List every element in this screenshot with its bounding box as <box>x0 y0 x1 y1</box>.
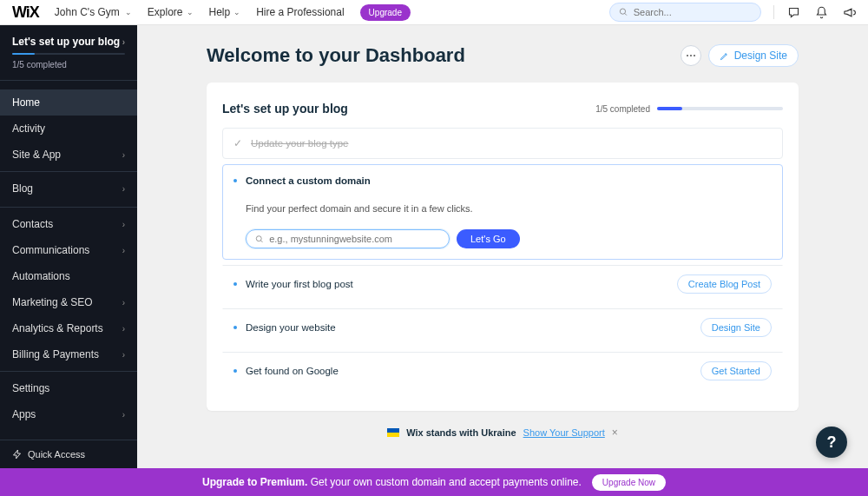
step-action-button[interactable]: Create Blog Post <box>677 274 772 294</box>
upgrade-now-button[interactable]: Upgrade Now <box>592 474 666 491</box>
svg-line-3 <box>260 240 262 241</box>
ukraine-support-link[interactable]: Show Your Support <box>523 427 605 438</box>
setup-step: Connect a custom domainFind your perfect… <box>222 164 783 260</box>
more-menu-button[interactable]: ⋯ <box>681 45 701 66</box>
progress-bar <box>657 107 783 110</box>
step-action-button[interactable]: Get Started <box>700 361 772 380</box>
svg-line-1 <box>625 13 627 15</box>
setup-progress: 1/5 completed <box>595 104 783 114</box>
sidebar-item-analytics-reports[interactable]: Analytics & Reports› <box>0 315 137 341</box>
wix-logo[interactable]: WiX <box>12 3 39 22</box>
bullet-icon <box>233 282 237 286</box>
pencil-icon <box>720 51 729 61</box>
ukraine-flag-icon <box>387 428 399 437</box>
step-action-button[interactable]: Design Site <box>700 318 772 337</box>
sidebar-item-automations[interactable]: Automations <box>0 263 137 289</box>
step-description: Find your perfect domain and secure it i… <box>233 203 772 214</box>
sidebar-item-settings[interactable]: Settings <box>0 375 137 401</box>
step-label: Connect a custom domain <box>246 175 371 186</box>
chevron-right-icon: › <box>122 37 125 47</box>
sidebar-item-home[interactable]: Home <box>0 89 137 116</box>
chevron-right-icon: › <box>122 298 125 308</box>
sidebar-item-apps[interactable]: Apps› <box>0 401 137 427</box>
step-label: Write your first blog post <box>246 279 353 289</box>
chevron-right-icon: › <box>122 410 125 420</box>
sidebar-item-activity[interactable]: Activity <box>0 116 137 142</box>
setup-card: Let's set up your blog 1/5 completed ✓Up… <box>207 83 799 411</box>
setup-card-title: Let's set up your blog <box>222 102 348 116</box>
setup-step[interactable]: Write your first blog postCreate Blog Po… <box>222 265 783 303</box>
chevron-down-icon: ⌄ <box>187 8 194 17</box>
bolt-icon <box>12 449 23 460</box>
chevron-right-icon: › <box>122 350 125 360</box>
setup-step[interactable]: ✓Update your blog type <box>222 128 783 159</box>
bullet-icon <box>233 179 237 182</box>
step-label: Design your website <box>246 322 336 333</box>
upgrade-button[interactable]: Upgrade <box>360 4 411 21</box>
sidebar-item-blog[interactable]: Blog› <box>0 175 137 202</box>
page-header: Welcome to your Dashboard ⋯ Design Site <box>207 44 799 67</box>
progress-text: 1/5 completed <box>595 104 650 114</box>
sidebar-item-communications[interactable]: Communications› <box>0 237 137 263</box>
bell-icon[interactable] <box>814 5 828 19</box>
sidebar-setup-title: Let's set up your blog <box>12 36 120 48</box>
search-icon <box>619 7 628 17</box>
chevron-right-icon: › <box>122 246 125 255</box>
sidebar-setup-card[interactable]: Let's set up your blog › 1/5 completed <box>0 25 137 76</box>
explore-link[interactable]: Explore ⌄ <box>148 6 194 18</box>
chevron-right-icon: › <box>122 324 125 334</box>
help-link[interactable]: Help ⌄ <box>209 6 241 18</box>
search-icon <box>255 235 264 244</box>
main-content: Welcome to your Dashboard ⋯ Design Site … <box>137 25 868 468</box>
hire-professional-link[interactable]: Hire a Professional <box>256 6 344 18</box>
search-field[interactable] <box>634 7 752 17</box>
setup-step[interactable]: Get found on GoogleGet Started <box>222 352 783 390</box>
sidebar-progress-bar <box>12 53 125 55</box>
setup-step[interactable]: Design your websiteDesign Site <box>222 308 783 347</box>
bullet-icon <box>233 369 237 373</box>
domain-field[interactable] <box>269 234 440 244</box>
svg-point-0 <box>620 9 625 14</box>
close-icon[interactable]: × <box>612 427 618 439</box>
chat-icon[interactable] <box>786 5 800 19</box>
chevron-right-icon: › <box>122 150 125 160</box>
search-input[interactable] <box>609 3 761 22</box>
svg-point-2 <box>256 235 261 241</box>
step-label: Update your blog type <box>251 138 349 149</box>
site-switcher[interactable]: John C's Gym ⌄ <box>55 6 132 18</box>
sidebar-progress-text: 1/5 completed <box>12 60 125 69</box>
sidebar-item-marketing-seo[interactable]: Marketing & SEO› <box>0 289 137 315</box>
sidebar-item-site-app[interactable]: Site & App› <box>0 142 137 168</box>
quick-access-button[interactable]: Quick Access <box>0 440 137 468</box>
domain-input[interactable] <box>246 229 450 248</box>
design-site-button[interactable]: Design Site <box>708 44 799 67</box>
sidebar: Let's set up your blog › 1/5 completed H… <box>0 25 137 468</box>
megaphone-icon[interactable] <box>842 5 856 19</box>
check-icon: ✓ <box>233 137 242 149</box>
step-label: Get found on Google <box>246 366 339 376</box>
chevron-down-icon: ⌄ <box>233 8 240 17</box>
page-title: Welcome to your Dashboard <box>207 44 465 67</box>
sidebar-item-billing-payments[interactable]: Billing & Payments› <box>0 341 137 367</box>
site-name: John C's Gym <box>55 6 120 18</box>
help-fab[interactable]: ? <box>816 427 847 458</box>
sidebar-item-contacts[interactable]: Contacts› <box>0 211 137 237</box>
ukraine-banner: Wix stands with Ukraine Show Your Suppor… <box>207 427 799 439</box>
chevron-down-icon: ⌄ <box>125 8 132 17</box>
chevron-right-icon: › <box>122 184 125 194</box>
lets-go-button[interactable]: Let's Go <box>457 229 520 248</box>
sidebar-nav: HomeActivitySite & App›Blog›Contacts›Com… <box>0 84 137 433</box>
chevron-right-icon: › <box>122 220 125 229</box>
upgrade-banner: Upgrade to Premium. Get your own custom … <box>0 468 868 496</box>
top-icon-group <box>773 5 856 19</box>
topbar: WiX John C's Gym ⌄ Explore ⌄ Help ⌄ Hire… <box>0 0 868 25</box>
bullet-icon <box>233 326 237 329</box>
